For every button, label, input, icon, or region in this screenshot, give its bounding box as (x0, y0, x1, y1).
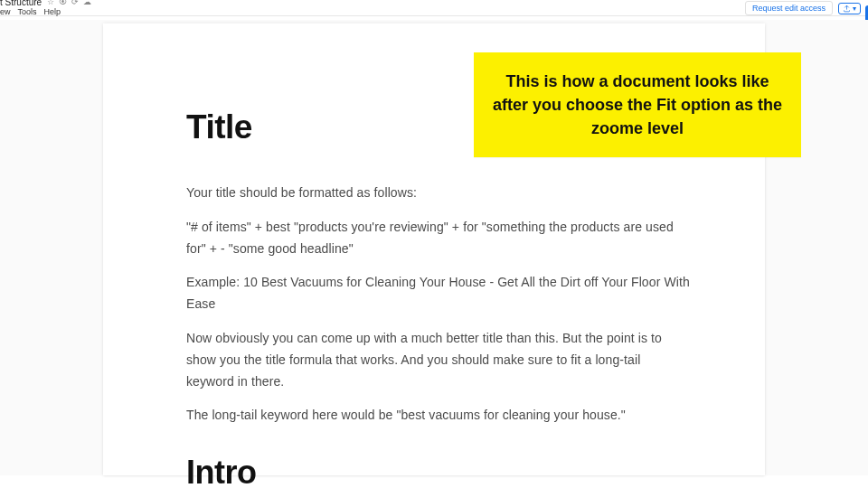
body-paragraph[interactable]: Now obviously you can come up with a muc… (186, 328, 691, 392)
body-paragraph[interactable]: Your title should be formatted as follow… (186, 183, 691, 204)
menu-help[interactable]: Help (44, 7, 61, 18)
document-title[interactable]: t Structure (0, 0, 42, 7)
heading-intro[interactable]: Intro (186, 454, 691, 488)
menu-view[interactable]: ew (0, 7, 11, 18)
history-icon[interactable]: ⟳ (71, 0, 79, 6)
body-paragraph[interactable]: The long-tail keyword here would be "bes… (186, 405, 691, 427)
document-workspace: This is how a document looks like after … (0, 20, 868, 475)
menu-tools[interactable]: Tools (18, 7, 37, 18)
share-icon (843, 5, 851, 13)
share-button[interactable]: ▾ (838, 3, 861, 14)
body-paragraph[interactable]: Example: 10 Best Vacuums for Cleaning Yo… (186, 272, 691, 315)
annotation-text: This is how a document looks like after … (492, 70, 783, 140)
toolbar-divider (0, 15, 868, 16)
move-icon[interactable]: ⦿ (59, 0, 67, 6)
menu-bar: ew Tools Help (0, 7, 91, 20)
star-icon[interactable]: ☆ (47, 0, 54, 6)
annotation-callout: This is how a document looks like after … (474, 52, 801, 157)
cloud-icon[interactable]: ☁ (83, 0, 91, 6)
title-bar: t Structure ☆ ⦿ ⟳ ☁ ew Tools Help Reques… (0, 0, 868, 16)
chevron-down-icon: ▾ (853, 5, 856, 13)
request-edit-button[interactable]: Request edit access (745, 1, 833, 15)
body-paragraph[interactable]: "# of items" + best "products you're rev… (186, 217, 691, 260)
